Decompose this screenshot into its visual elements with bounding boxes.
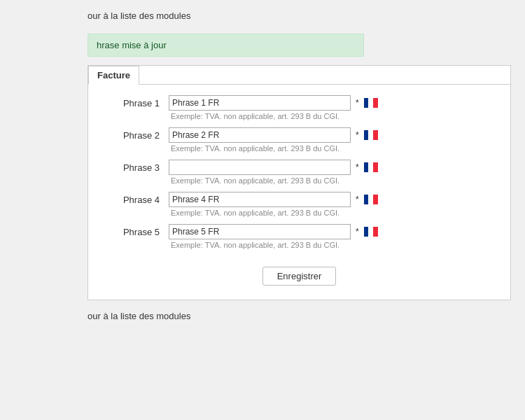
form-container: Phrase 1 * Exemple: TVA. non applicable,… — [88, 85, 510, 300]
phrase-label-2: Phrase 2 — [102, 130, 165, 141]
flag-red — [373, 98, 378, 108]
flag-blue — [364, 195, 369, 204]
phrase-row-3: Phrase 3 * Exemple: TVA. non applicable,… — [102, 160, 496, 185]
required-star-4: * — [356, 195, 359, 204]
flag-fr-3 — [364, 162, 378, 172]
phrase-label-3: Phrase 3 — [102, 162, 165, 173]
phrase-input-1[interactable] — [169, 95, 351, 111]
flag-red — [373, 227, 378, 237]
success-text: hrase mise à jour — [97, 40, 167, 50]
required-star-2: * — [356, 130, 359, 140]
save-button[interactable]: Enregistrer — [262, 267, 337, 286]
flag-icon-2 — [364, 130, 378, 140]
flag-white — [368, 162, 373, 172]
flag-white — [368, 130, 373, 140]
phrase-example-5: Exemple: TVA. non applicable, art. 293 B… — [171, 241, 496, 249]
flag-red — [373, 195, 378, 204]
phrase-input-3[interactable] — [169, 160, 351, 175]
phrase-example-1: Exemple: TVA. non applicable, art. 293 B… — [171, 112, 496, 120]
flag-red — [373, 130, 378, 140]
required-star-1: * — [356, 98, 359, 108]
phrase-fields-1: Phrase 1 * — [102, 95, 496, 111]
flag-white — [368, 195, 373, 204]
flag-fr-2 — [364, 130, 378, 140]
bottom-link-container: our à la liste des modules — [0, 300, 525, 328]
page-wrapper: our à la liste des modules hrase mise à … — [0, 0, 525, 420]
phrase-label-4: Phrase 4 — [102, 195, 165, 205]
phrase-input-4[interactable] — [169, 192, 351, 207]
button-row: Enregistrer — [102, 267, 496, 286]
phrase-fields-4: Phrase 4 * — [102, 192, 496, 207]
phrase-input-2[interactable] — [169, 127, 351, 143]
phrase-row-4: Phrase 4 * Exemple: TVA. non applicable,… — [102, 192, 496, 217]
success-message: hrase mise à jour — [88, 34, 364, 57]
flag-fr-4 — [364, 195, 378, 204]
phrase-label-5: Phrase 5 — [102, 227, 165, 237]
phrase-example-3: Exemple: TVA. non applicable, art. 293 B… — [171, 176, 496, 185]
flag-blue — [364, 227, 369, 237]
tab-header: Facture — [88, 66, 510, 85]
flag-icon-1 — [364, 98, 378, 108]
tab-facture[interactable]: Facture — [88, 66, 139, 85]
top-back-link[interactable]: our à la liste des modules — [88, 10, 190, 21]
required-star-5: * — [356, 227, 359, 237]
phrase-label-1: Phrase 1 — [102, 98, 165, 108]
phrase-fields-5: Phrase 5 * — [102, 224, 496, 239]
flag-fr-1 — [364, 98, 378, 108]
phrase-example-4: Exemple: TVA. non applicable, art. 293 B… — [171, 209, 496, 217]
required-star-3: * — [356, 162, 359, 172]
phrase-example-2: Exemple: TVA. non applicable, art. 293 B… — [171, 144, 496, 153]
phrase-input-5[interactable] — [169, 224, 351, 239]
flag-icon-4 — [364, 195, 378, 204]
flag-blue — [364, 162, 369, 172]
phrase-row-2: Phrase 2 * Exemple: TVA. non applicable,… — [102, 127, 496, 153]
flag-blue — [364, 130, 369, 140]
flag-white — [368, 98, 373, 108]
flag-icon-3 — [364, 162, 378, 172]
flag-icon-5 — [364, 227, 378, 237]
flag-blue — [364, 98, 369, 108]
phrase-row-1: Phrase 1 * Exemple: TVA. non applicable,… — [102, 95, 496, 120]
bottom-back-link[interactable]: our à la liste des modules — [88, 311, 190, 321]
phrase-row-5: Phrase 5 * Exemple: TVA. non applicable,… — [102, 224, 496, 249]
flag-white — [368, 227, 373, 237]
phrase-fields-3: Phrase 3 * — [102, 160, 496, 175]
top-link-container: our à la liste des modules — [0, 0, 525, 28]
flag-red — [373, 162, 378, 172]
main-panel: Facture Phrase 1 * Exemple: TVA. non app… — [88, 65, 511, 300]
phrases-container: Phrase 1 * Exemple: TVA. non applicable,… — [102, 95, 496, 249]
phrase-fields-2: Phrase 2 * — [102, 127, 496, 143]
flag-fr-5 — [364, 227, 378, 237]
